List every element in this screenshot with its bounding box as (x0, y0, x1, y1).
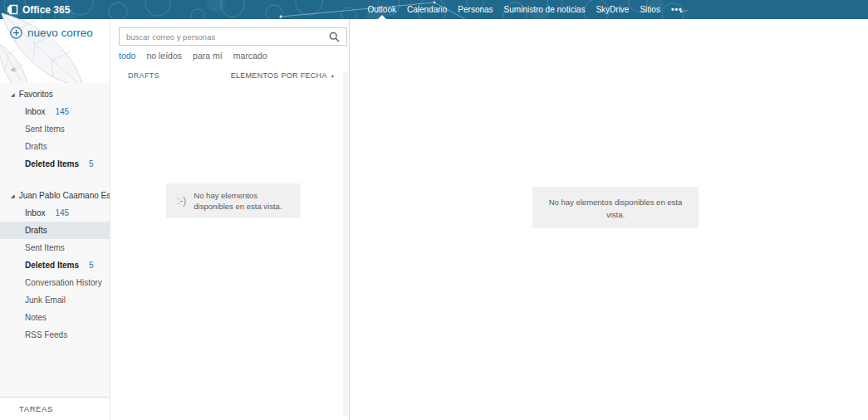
search-box (119, 27, 347, 46)
folder-label: Sent Items (25, 125, 65, 134)
tasks-link[interactable]: TAREAS (19, 404, 53, 413)
smiley-emoticon: :-) (177, 195, 186, 207)
folder-rss-feeds[interactable]: RSS Feeds (0, 326, 110, 344)
folder-header-label: DRAFTS (128, 71, 159, 80)
search-input[interactable] (120, 32, 329, 42)
folder-label: Deleted Items (25, 261, 79, 270)
sort-dropdown[interactable]: ELEMENTOS POR FECHA ▾ (231, 71, 334, 80)
folder-section-juan-pablo-caamano-espin[interactable]: ◢Juan Pablo Caamano Espin (0, 187, 110, 204)
list-empty-state: :-) No hay elementos disponibles en esta… (166, 183, 301, 218)
message-list-pane: todono leídospara mímarcado DRAFTS ELEME… (110, 19, 350, 420)
folder-list: ◢FavoritosInbox145Sent ItemsDraftsDelete… (0, 83, 110, 397)
filter-tab-todo[interactable]: todo (119, 51, 135, 61)
filter-tab-no-leidos[interactable]: no leídos (146, 51, 182, 61)
list-scrollbar-gutter (343, 72, 348, 416)
folder-label: Inbox (25, 107, 45, 116)
sort-label: ELEMENTOS POR FECHA (231, 71, 327, 80)
folder-label: Notes (25, 313, 47, 322)
nav-item-personas[interactable]: Personas (453, 0, 498, 19)
collapse-pane-icon[interactable]: « (11, 64, 16, 74)
filter-tab-para-mi[interactable]: para mí (193, 51, 223, 61)
sort-caret-icon: ▾ (331, 73, 334, 79)
new-mail-button[interactable]: nuevo correo (10, 27, 93, 39)
folder-deleted-items[interactable]: Deleted Items5 (0, 256, 110, 274)
folder-conversation-history[interactable]: Conversation History (0, 274, 110, 291)
nav-item-sitios[interactable]: Sitios (635, 0, 665, 19)
folder-pane: nuevo correo « ◢FavoritosInbox145Sent It… (0, 19, 110, 420)
plus-circle-icon (10, 27, 22, 39)
tasks-divider (0, 397, 110, 398)
folder-sent-items[interactable]: Sent Items (0, 239, 110, 256)
folder-label: Drafts (25, 142, 47, 151)
nav-item-outlook[interactable]: Outlook (362, 0, 401, 19)
topbar-nav: OutlookCalendarioPersonasSuministro de n… (362, 0, 688, 19)
unread-count: 145 (55, 107, 69, 116)
folder-label: Drafts (25, 226, 47, 235)
section-label: Favoritos (19, 90, 53, 99)
nav-item-skydrive[interactable]: SkyDrive (591, 0, 635, 19)
unread-count: 5 (89, 261, 94, 270)
folder-drafts[interactable]: Drafts (0, 222, 110, 239)
nav-item-suministro-de-noticias[interactable]: Suministro de noticias (498, 0, 591, 19)
brand-label: Office 365 (22, 4, 70, 16)
folder-inbox[interactable]: Inbox145 (0, 103, 110, 120)
new-mail-label: nuevo correo (27, 27, 93, 39)
section-gap (0, 173, 110, 187)
folder-section-favoritos[interactable]: ◢Favoritos (0, 85, 110, 103)
office-365-logo[interactable]: Office 365 (7, 0, 70, 19)
suite-bar: Office 365 OutlookCalendarioPersonasSumi… (0, 0, 868, 19)
reading-empty-state: No hay elementos disponibles en esta vis… (532, 187, 699, 228)
folder-drafts[interactable]: Drafts (0, 138, 110, 155)
folder-label: Inbox (25, 208, 45, 217)
folder-sent-items[interactable]: Sent Items (0, 120, 110, 138)
office-logo-icon (7, 3, 18, 16)
folder-label: Sent Items (25, 243, 65, 252)
folder-junk-email[interactable]: Junk Email (0, 291, 110, 309)
list-header: DRAFTS ELEMENTOS POR FECHA ▾ (110, 70, 349, 83)
folder-label: Junk Email (25, 295, 66, 305)
search-icon[interactable] (329, 32, 340, 42)
list-empty-text: No hay elementos disponibles en esta vis… (194, 190, 282, 212)
folder-label: Conversation History (25, 278, 102, 287)
folder-notes[interactable]: Notes (0, 309, 110, 326)
filter-tab-marcado[interactable]: marcado (233, 51, 267, 61)
nav-more-icon[interactable]: ••• (665, 0, 688, 19)
folder-deleted-items[interactable]: Deleted Items5 (0, 155, 110, 173)
folder-inbox[interactable]: Inbox145 (0, 204, 110, 222)
unread-count: 145 (55, 208, 69, 217)
folder-label: Deleted Items (25, 159, 79, 168)
folder-label: RSS Feeds (25, 330, 67, 339)
nav-item-calendario[interactable]: Calendario (401, 0, 452, 19)
section-label: Juan Pablo Caamano Espin (19, 191, 110, 200)
reading-pane: No hay elementos disponibles en esta vis… (350, 19, 868, 420)
filter-tabs: todono leídospara mímarcado (119, 51, 267, 61)
expand-triangle-icon: ◢ (11, 193, 15, 198)
unread-count: 5 (89, 159, 94, 168)
expand-triangle-icon: ◢ (11, 92, 15, 97)
